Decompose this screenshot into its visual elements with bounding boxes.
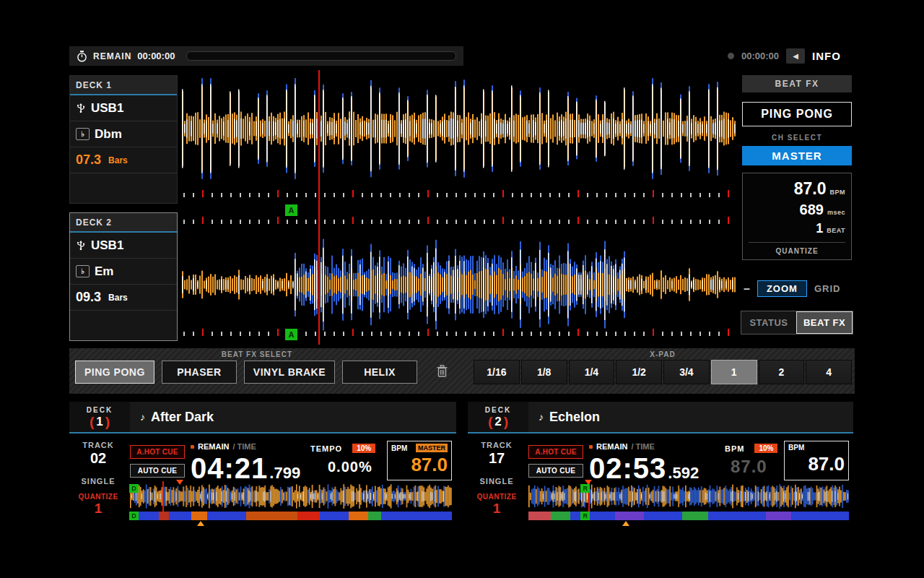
- beat-tick: [681, 220, 682, 224]
- phrase-bar: [528, 512, 849, 520]
- deck1-time-display[interactable]: REMAIN / TIME 04:21 . 799: [191, 442, 300, 485]
- beat-tick: [418, 193, 419, 197]
- deck1-tempo-block: TEMPO 10% 0.00%: [310, 444, 397, 475]
- beat-tick: [484, 332, 485, 336]
- info-button[interactable]: INFO: [812, 50, 841, 62]
- deck1-beat-ticks: [182, 190, 736, 199]
- beat-tick: [334, 220, 335, 224]
- hot-cue-button[interactable]: A.HOT CUE: [528, 445, 583, 459]
- deck2-key-value: Em: [95, 264, 113, 279]
- beat-tick: [418, 332, 419, 336]
- deck-number: 2: [494, 415, 501, 428]
- auto-cue-button[interactable]: AUTO CUE: [130, 464, 185, 478]
- beat-tick: [315, 220, 316, 224]
- beatfx-beat-value: 1: [816, 221, 823, 236]
- delete-fx-button[interactable]: [432, 363, 453, 381]
- beat-tick: [699, 193, 701, 197]
- overview-waveform[interactable]: [528, 484, 849, 509]
- cue-triangle-icon: [176, 480, 183, 485]
- xpad-beat-button-4[interactable]: 4: [806, 360, 852, 384]
- beat-tick: [643, 193, 645, 197]
- memory-triangle-icon: [197, 521, 204, 526]
- channel-select-button[interactable]: MASTER: [742, 146, 852, 165]
- deck2-info-title: DECK 2: [70, 213, 177, 233]
- beat-tick: [624, 193, 626, 197]
- music-note-icon: ♪: [539, 411, 544, 423]
- beat-tick: [484, 193, 485, 197]
- beat-tick: [427, 329, 429, 336]
- deck-label: DECK: [87, 406, 113, 414]
- deck2-badge[interactable]: DECK ( 2 ): [468, 402, 528, 432]
- beat-tick: [240, 332, 241, 336]
- zoom-button[interactable]: ZOOM: [757, 280, 807, 297]
- beat-tick: [249, 220, 250, 224]
- beat-tick: [193, 193, 194, 197]
- beat-tick: [634, 193, 635, 197]
- beat-tick: [634, 220, 635, 224]
- xpad-beat-button-3-4[interactable]: 3/4: [663, 360, 710, 384]
- beat-tick: [718, 220, 720, 224]
- trash-icon: [436, 364, 448, 378]
- deck2-time-display[interactable]: REMAIN / TIME 02:53 . 592: [589, 442, 699, 485]
- beat-tick: [559, 193, 560, 197]
- xpad-beat-button-1-4[interactable]: 1/4: [569, 360, 615, 384]
- xpad-beat-button-2[interactable]: 2: [759, 360, 805, 384]
- xpad-beat-button-1-2[interactable]: 1/2: [616, 360, 662, 384]
- fx-select-strip: BEAT FX SELECT X-PAD PING PONGPHASERVINY…: [69, 348, 855, 394]
- beat-tick: [709, 332, 710, 336]
- beat-tick: [437, 220, 438, 224]
- deck1-main-waveform[interactable]: [182, 74, 736, 183]
- fx-effect-button-vinyl-brake[interactable]: VINYL BRAKE: [244, 361, 335, 384]
- remain-label: REMAIN: [93, 51, 131, 61]
- deck1-track-overview[interactable]: D D: [130, 484, 452, 527]
- deck1-source-row[interactable]: USB1: [70, 95, 177, 121]
- beatfx-quantize-button[interactable]: QUANTIZE: [749, 242, 845, 259]
- beat-tick: [268, 193, 269, 197]
- beat-tick: [352, 217, 354, 224]
- beat-tick: [606, 220, 607, 224]
- beat-tick: [343, 220, 344, 224]
- xpad-beat-buttons: 1/161/81/41/23/4124: [474, 360, 852, 384]
- deck2-beat-ticks-bottom: [182, 329, 736, 337]
- tab-beatfx[interactable]: BEAT FX: [796, 311, 853, 334]
- beat-tick: [615, 220, 616, 224]
- deck-label: DECK: [485, 406, 511, 414]
- beat-tick: [315, 193, 316, 197]
- beat-tick: [540, 332, 541, 336]
- beat-tick: [221, 220, 222, 224]
- beat-tick: [699, 220, 701, 224]
- auto-cue-button[interactable]: AUTO CUE: [528, 464, 583, 478]
- beat-tick: [559, 220, 560, 224]
- beat-tick: [653, 217, 654, 224]
- deck1-bpm-box[interactable]: BPM MASTER 87.0: [387, 441, 452, 480]
- deck2-bpm-box[interactable]: BPM 87.0: [784, 441, 849, 480]
- deck2-track-title: Echelon: [549, 410, 600, 425]
- play-mode: SINGLE: [468, 477, 526, 486]
- key-icon: ♭: [76, 265, 90, 277]
- hot-cue-button[interactable]: A.HOT CUE: [130, 445, 185, 459]
- xpad-beat-button-1-16[interactable]: 1/16: [474, 360, 520, 384]
- xpad-beat-button-1-8[interactable]: 1/8: [521, 360, 567, 384]
- grid-button[interactable]: GRID: [814, 283, 841, 294]
- tab-status[interactable]: STATUS: [741, 311, 796, 334]
- deck2-main-waveform[interactable]: [182, 230, 736, 339]
- deck2-track-overview[interactable]: R R: [528, 484, 849, 527]
- phrase-segment: [368, 512, 381, 520]
- beatfx-effect-display[interactable]: PING PONG: [742, 102, 852, 126]
- beat-tick: [549, 332, 551, 336]
- overview-waveform[interactable]: [130, 484, 452, 509]
- deck1-bars-value: 07.3: [76, 152, 101, 168]
- beat-tick: [202, 190, 204, 197]
- fx-effect-button-helix[interactable]: HELIX: [342, 361, 417, 384]
- beat-tick: [681, 332, 682, 336]
- beat-tick: [268, 332, 269, 336]
- player-deck1: DECK ( 1 ) ♪ After Dark TRACK 02 SINGLE …: [69, 402, 456, 531]
- beat-tick: [474, 332, 476, 336]
- deck1-badge[interactable]: DECK ( 1 ): [69, 402, 130, 432]
- panel-collapse-button[interactable]: ◀: [786, 48, 805, 64]
- deck-paren: (: [488, 415, 492, 428]
- fx-effect-button-ping-pong[interactable]: PING PONG: [75, 361, 154, 384]
- deck2-source-row[interactable]: USB1: [70, 233, 177, 259]
- fx-effect-button-phaser[interactable]: PHASER: [162, 361, 237, 384]
- xpad-beat-button-1[interactable]: 1: [711, 360, 757, 384]
